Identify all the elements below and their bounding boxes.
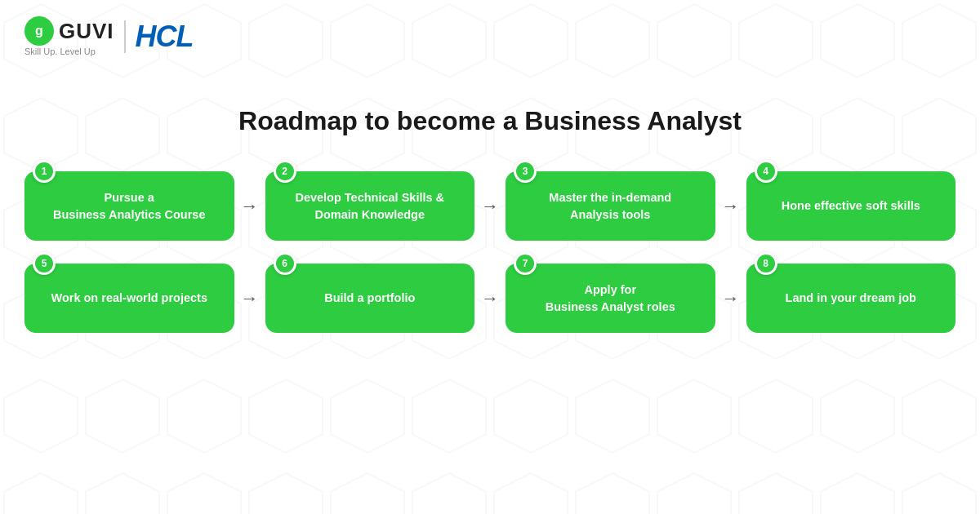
- step-wrapper-6: 6Build a portfolio: [265, 264, 475, 333]
- arrow-3: →: [715, 196, 746, 217]
- arrow-5: →: [234, 288, 265, 309]
- arrow-1: →: [234, 196, 265, 217]
- guvi-brand: g GUVI: [24, 16, 114, 46]
- step-badge-2: 2: [274, 160, 296, 183]
- guvi-icon: g: [24, 16, 54, 46]
- step-badge-5: 5: [33, 252, 56, 275]
- arrow-2: →: [474, 196, 506, 217]
- step-box-2: Develop Technical Skills &Domain Knowled…: [265, 171, 475, 241]
- step-wrapper-8: 8Land in your dream job: [746, 264, 956, 333]
- step-wrapper-5: 5Work on real-world projects: [24, 264, 234, 333]
- step-badge-7: 7: [514, 252, 537, 275]
- step-badge-1: 1: [33, 160, 56, 183]
- step-box-5: Work on real-world projects: [24, 264, 234, 333]
- roadmap-row-2: 5Work on real-world projects→6Build a po…: [24, 264, 956, 333]
- step-wrapper-4: 4Hone effective soft skills: [746, 171, 956, 241]
- step-box-8: Land in your dream job: [746, 264, 956, 333]
- step-wrapper-1: 1Pursue aBusiness Analytics Course: [24, 171, 234, 241]
- step-box-4: Hone effective soft skills: [746, 171, 956, 241]
- step-wrapper-7: 7Apply forBusiness Analyst roles: [506, 264, 715, 333]
- roadmap-row-1: 1Pursue aBusiness Analytics Course→2Deve…: [24, 171, 956, 241]
- page-title: Roadmap to become a Business Analyst: [0, 106, 980, 136]
- hcl-logo: HCL: [136, 20, 194, 54]
- step-badge-3: 3: [514, 160, 537, 183]
- logo-divider: [124, 20, 126, 53]
- tagline: Skill Up. Level Up: [24, 47, 96, 56]
- step-box-3: Master the in-demandAnalysis tools: [506, 171, 715, 241]
- step-box-1: Pursue aBusiness Analytics Course: [24, 171, 234, 241]
- arrow-7: →: [715, 288, 746, 309]
- roadmap: 1Pursue aBusiness Analytics Course→2Deve…: [24, 171, 956, 356]
- step-wrapper-3: 3Master the in-demandAnalysis tools: [506, 171, 715, 241]
- step-badge-6: 6: [274, 252, 296, 275]
- guvi-logo: g GUVI Skill Up. Level Up: [24, 16, 114, 56]
- step-box-7: Apply forBusiness Analyst roles: [506, 264, 715, 333]
- step-badge-4: 4: [755, 160, 777, 183]
- header: g GUVI Skill Up. Level Up HCL: [24, 16, 194, 56]
- step-box-6: Build a portfolio: [265, 264, 475, 333]
- step-wrapper-2: 2Develop Technical Skills &Domain Knowle…: [265, 171, 475, 241]
- step-badge-8: 8: [755, 252, 777, 275]
- guvi-name: GUVI: [59, 19, 114, 44]
- arrow-6: →: [474, 288, 506, 309]
